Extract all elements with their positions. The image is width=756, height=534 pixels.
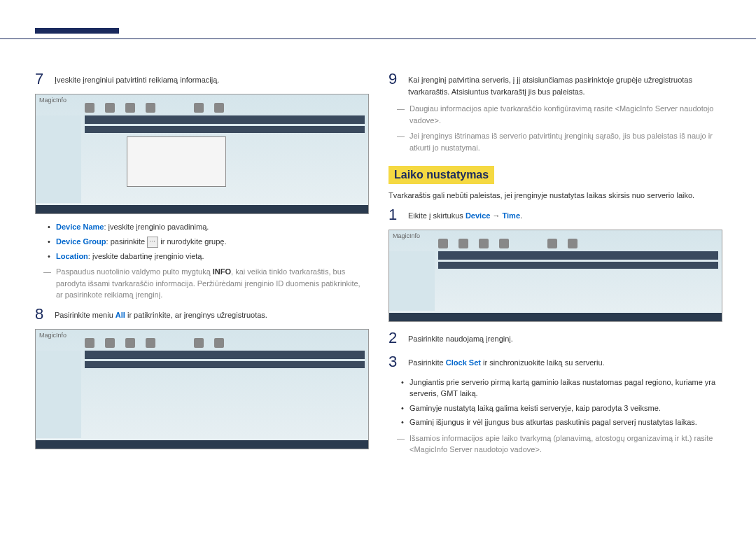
note-info-button: Paspaudus nuotolinio valdymo pulto mygtu… bbox=[35, 266, 368, 301]
bullet-device-group: Device Group: pasirinkite ⋯ ir nurodykit… bbox=[35, 236, 368, 248]
bullet-server-change: Gaminyje nustatytą laiką galima keisti s… bbox=[388, 402, 721, 414]
step-number: 9 bbox=[388, 70, 400, 97]
step-9: 9Kai įrenginį patvirtina serveris, į jį … bbox=[388, 70, 721, 97]
step-7: 7Įveskite įrenginiui patvirtinti reikiam… bbox=[35, 70, 368, 88]
bullet-restore: Gaminį išjungus ir vėl įjungus bus atkur… bbox=[388, 416, 721, 428]
page: 7Įveskite įrenginiui patvirtinti reikiam… bbox=[0, 0, 756, 534]
note-delete: Jei įrenginys ištrinamas iš serverio pat… bbox=[388, 130, 721, 153]
step-number: 8 bbox=[35, 305, 46, 323]
step-number: 7 bbox=[35, 70, 46, 88]
section-intro: Tvarkaraštis gali nebūti paleistas, jei … bbox=[388, 190, 721, 206]
step-text: Kai įrenginį patvirtina serveris, į jį a… bbox=[408, 70, 721, 97]
screenshot-time bbox=[388, 230, 722, 322]
header-divider bbox=[0, 38, 756, 39]
step-number: 1 bbox=[388, 206, 400, 224]
step-2: 2Pasirinkite naudojamą įrenginį. bbox=[388, 329, 721, 347]
screenshot-7 bbox=[35, 94, 369, 214]
step-1: 1Eikite į skirtukus Device → Time. bbox=[388, 206, 721, 224]
step-text: Įveskite įrenginiui patvirtinti reikiamą… bbox=[55, 70, 219, 88]
section-heading: Laiko nustatymas bbox=[388, 166, 494, 184]
bullet-gmt: Jungiantis prie serverio pirmą kartą gam… bbox=[388, 377, 721, 400]
step-text: Pasirinkite Clock Set ir sinchronizuokit… bbox=[408, 353, 605, 371]
step-text: Pasirinkite meniu All ir patikrinkite, a… bbox=[55, 305, 267, 323]
step-3: 3Pasirinkite Clock Set ir sinchronizuoki… bbox=[388, 353, 721, 371]
step-text: Pasirinkite naudojamą įrenginį. bbox=[408, 329, 513, 347]
column-left: 7Įveskite įrenginiui patvirtinti reikiam… bbox=[35, 70, 368, 460]
bullet-device-name: Device Name: įveskite įrenginio pavadini… bbox=[35, 221, 368, 233]
note-config: Daugiau informacijos apie tvarkaraščio k… bbox=[388, 103, 721, 126]
step-8: 8Pasirinkite meniu All ir patikrinkite, … bbox=[35, 305, 368, 323]
step-number: 2 bbox=[388, 329, 400, 347]
bullet-location: Location: įveskite dabartinę įrenginio v… bbox=[35, 251, 368, 262]
content-columns: 7Įveskite įrenginiui patvirtinti reikiam… bbox=[35, 70, 721, 460]
screenshot-8 bbox=[35, 329, 369, 449]
note-time-mgmt: Išsamios informacijos apie laiko tvarkym… bbox=[388, 433, 721, 456]
group-picker-icon: ⋯ bbox=[147, 237, 158, 248]
step-number: 3 bbox=[388, 353, 400, 371]
step-text: Eikite į skirtukus Device → Time. bbox=[408, 206, 522, 224]
column-right: 9Kai įrenginį patvirtina serveris, į jį … bbox=[388, 70, 721, 460]
header-accent bbox=[35, 28, 119, 34]
